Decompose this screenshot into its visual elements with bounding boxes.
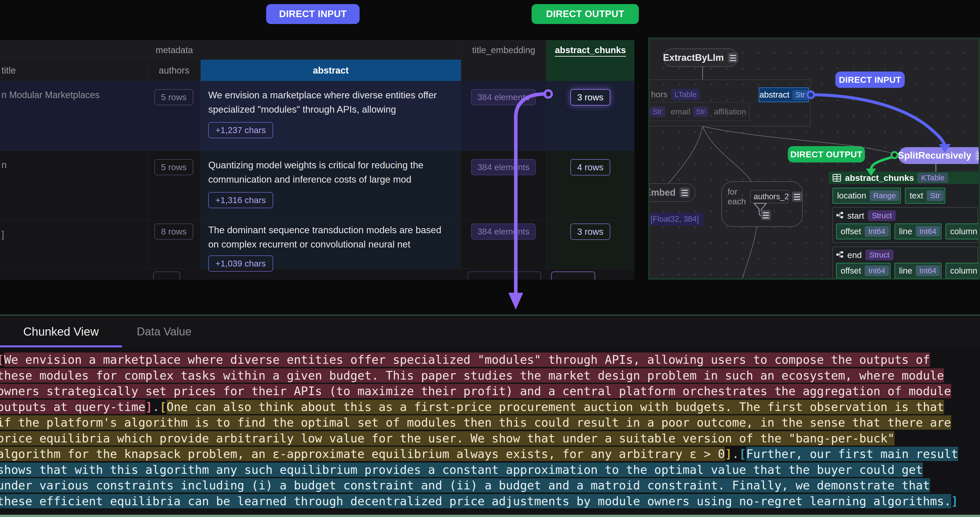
document-icon	[761, 210, 771, 220]
data-table-panel: metadata title_embedding abstract_chunks…	[0, 40, 635, 280]
abstract-preview: We envision a marketplace where diverse …	[200, 81, 461, 116]
abstract-more-chars-pill[interactable]: +1,316 chars	[208, 192, 273, 208]
field-tile-location[interactable]: locationRange	[832, 188, 901, 204]
chunk-text-line: under various constraints including (i) …	[0, 478, 980, 494]
column-header-title-embedding[interactable]: title_embedding	[461, 40, 546, 81]
cell-title-embedding: 384 elements	[461, 151, 546, 220]
field-tile-column[interactable]: columnInt64	[945, 223, 980, 239]
cell-abstract-chunks: 3 rows	[546, 81, 635, 151]
chunk-2-text: One can also think about this as a first…	[167, 400, 944, 414]
field-type-tag: Range	[870, 190, 899, 201]
float32-vector-type-tag: [Float32, 384]	[648, 212, 703, 226]
embedding-elements-pill[interactable]: 384 elements	[471, 89, 535, 105]
filter-funnel-icon	[752, 202, 768, 219]
chunk-rows-pill[interactable]: 4 rows	[570, 159, 610, 176]
table-row[interactable]: n Modular Marketplaces5 rowsWe envision …	[0, 81, 635, 151]
direct-output-badge: DIRECT OUTPUT	[531, 4, 639, 24]
authors-rows-pill[interactable]: 5 rows	[154, 159, 193, 175]
title-value: ]	[0, 220, 147, 240]
document-icon	[679, 187, 690, 198]
node-split-recursively[interactable]: SplitRecursively	[898, 147, 980, 164]
chunk-1-text: outputs at query-time	[0, 400, 145, 414]
chunk-1-bracket: [	[0, 353, 4, 367]
str-type-tag: Str	[693, 107, 708, 117]
chunk-3-bracket: [	[739, 447, 746, 461]
column-header-authors[interactable]: authors	[147, 60, 200, 81]
cell-abstract: The dominant sequence transduction model…	[200, 220, 461, 269]
tab-chunked-view[interactable]: Chunked View	[0, 316, 122, 347]
chunk-3-bracket: ]	[951, 494, 958, 508]
document-icon	[792, 191, 802, 202]
tab-data-value[interactable]: Data Value	[122, 316, 206, 347]
field-name: column	[950, 227, 977, 236]
cell-abstract-chunks: 4 rows	[546, 151, 635, 220]
abstract-preview: Quantizing model weights is critical for…	[200, 151, 461, 187]
ltable-type-tag: LTable	[671, 89, 700, 100]
field-name: line	[899, 266, 912, 276]
cell-title: ]	[0, 220, 147, 269]
chunk-text-line: outputs at query-time]. [One can also th…	[0, 400, 980, 416]
field-name: column	[950, 266, 977, 276]
pill-ghost	[551, 271, 595, 280]
pill-ghost	[468, 271, 541, 280]
pill-ghost	[153, 271, 180, 280]
cell-title: n	[0, 151, 147, 220]
chunk-rows-pill[interactable]: 3 rows	[570, 89, 610, 105]
authors-rows-pill[interactable]: 8 rows	[154, 223, 193, 239]
chunked-text-viewer[interactable]: [We envision a marketplace where diverse…	[0, 347, 980, 515]
cell-authors: 5 rows	[147, 151, 200, 220]
field-tile-column[interactable]: columnInt64	[945, 263, 980, 279]
table-body: n Modular Marketplaces5 rowsWe envision …	[0, 81, 635, 280]
ktable-type-tag: KTable	[918, 173, 948, 183]
for-each-group[interactable]: for each authors_2	[721, 181, 803, 227]
field-tile-offset[interactable]: offsetInt64	[836, 223, 891, 239]
authors-field[interactable]: hors LTable	[651, 89, 700, 100]
abstract-more-chars-pill[interactable]: +1,237 chars	[208, 122, 273, 138]
embedding-elements-pill[interactable]: 384 elements	[471, 223, 535, 239]
cell-abstract-chunks: 3 rows	[546, 220, 635, 269]
title-value: n	[0, 151, 147, 171]
str-type-tag: Str	[749, 107, 749, 117]
column-header-title[interactable]: title	[2, 60, 147, 81]
struct-fields: offsetInt64lineInt64columnInt64	[836, 263, 974, 279]
cell-authors: 5 rows	[147, 81, 200, 151]
field-tile-line[interactable]: lineInt64	[894, 263, 942, 279]
dataflow-canvas[interactable]: ExtractByLlm hors LTable StremailStraffi…	[648, 38, 980, 280]
field-type-tag: Str	[927, 190, 943, 201]
for-each-target-input[interactable]: authors_2	[750, 190, 788, 203]
column-header-abstract-chunks[interactable]: abstract_chunks	[546, 40, 635, 81]
direct-output-badge-flow: DIRECT OUTPUT	[788, 146, 865, 163]
node-extract-by-llm[interactable]: ExtractByLlm	[663, 48, 738, 67]
viewer-tabbar: Chunked View Data Value	[0, 316, 980, 347]
field-tile-line[interactable]: lineInt64	[894, 223, 942, 239]
field-tile-offset[interactable]: offsetInt64	[836, 263, 891, 279]
chunk-3-text: shows that with this algorithm any such …	[0, 463, 923, 477]
embedding-elements-pill[interactable]: 384 elements	[471, 159, 535, 175]
node-transformer-embed[interactable]: erEmbed	[648, 184, 695, 202]
abstract-chunks-table-node[interactable]: abstract_chunks KTable	[829, 172, 980, 184]
abstract-chunks-node-fields: locationRangetextStr startStructoffsetIn…	[829, 184, 980, 278]
field-type-tag: Int64	[865, 265, 889, 276]
direct-input-badge-flow: DIRECT INPUT	[835, 72, 905, 88]
field-tile-text[interactable]: textStr	[905, 188, 945, 204]
chunk-text-line: if the platform's algorithm is to find t…	[0, 415, 980, 431]
table-row[interactable]: n5 rowsQuantizing model weights is criti…	[0, 151, 635, 220]
chunk-text-line: these modules for complex tasks within a…	[0, 369, 980, 384]
authors-rows-pill[interactable]: 5 rows	[154, 89, 193, 105]
cell-authors: 8 rows	[147, 220, 200, 269]
table-row[interactable]: ]8 rowsThe dominant sequence transductio…	[0, 220, 635, 269]
chunk-text-line: [We envision a marketplace where diverse…	[0, 353, 980, 369]
struct-group-end: endStructoffsetInt64lineInt64columnInt64	[832, 246, 978, 280]
field-name: line	[899, 227, 912, 236]
chunk-rows-pill[interactable]: 3 rows	[570, 223, 610, 240]
field-name: location	[837, 191, 866, 201]
column-header-abstract[interactable]: abstract	[200, 60, 461, 81]
field-type-tag: Int64	[916, 226, 940, 237]
chunk-1-text: these modules for complex tasks within a…	[0, 369, 944, 383]
field-name: email	[671, 107, 690, 116]
abstract-field-node[interactable]: abstract Str	[759, 87, 809, 102]
field-type-tag: Int64	[865, 226, 889, 237]
column-group-metadata[interactable]: metadata	[0, 40, 348, 60]
struct-type-tag: Struct	[865, 250, 894, 260]
struct-name: start	[847, 211, 864, 221]
